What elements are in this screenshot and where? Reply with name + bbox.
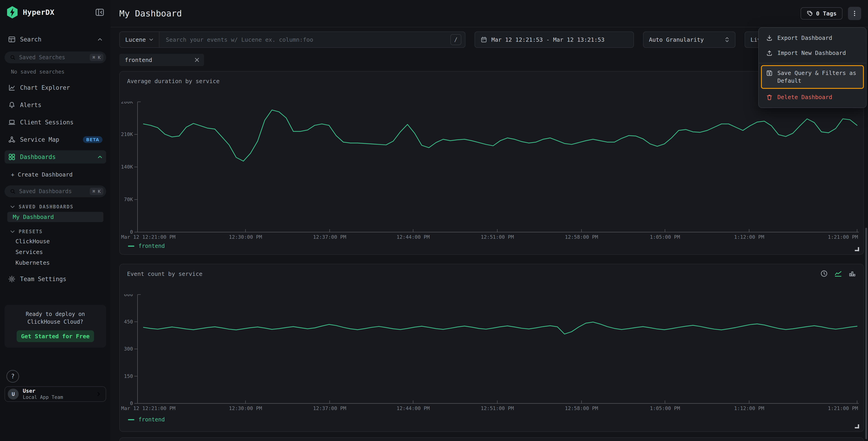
sidebar-item-team-settings[interactable]: Team Settings (5, 272, 106, 286)
scrollbar-thumb[interactable] (865, 228, 867, 439)
search-icon (10, 55, 16, 60)
brand-title: HyperDX (23, 8, 95, 17)
menu-item-label: Import New Dashboard (777, 49, 846, 57)
create-dashboard-button[interactable]: + Create Dashboard (5, 169, 106, 180)
section-title: SAVED DASHBOARDS (19, 204, 73, 210)
event-search-box[interactable]: Lucene Search your events w/ Lucene ex. … (119, 31, 465, 48)
svg-text:12:58:00 PM: 12:58:00 PM (565, 234, 598, 240)
sidebar: HyperDX Search Saved Searches ⌘ K No sav… (0, 0, 111, 441)
shortcut-badge: ⌘ K (90, 188, 103, 195)
sidebar-item-label: Team Settings (20, 276, 66, 283)
slash-shortcut-badge: / (451, 34, 461, 45)
svg-text:12:51:00 PM: 12:51:00 PM (481, 406, 514, 411)
sidebar-item-label: Alerts (20, 101, 41, 109)
sidebar-item-alerts[interactable]: Alerts (5, 98, 106, 112)
chart-area[interactable]: 6004503001500Mar 12 12:21:00 PM12:30:00 … (120, 294, 859, 412)
sidebar-item-label: Service Map (20, 136, 59, 143)
panel-resize-handle[interactable] (854, 423, 860, 429)
menu-item-label: Delete Dashboard (777, 93, 832, 101)
clickhouse-cloud-promo-card: Ready to deploy on ClickHouse Cloud? Get… (5, 305, 106, 348)
tag-icon (807, 10, 813, 17)
hyperdx-logo-icon (6, 6, 18, 19)
sidebar-item-label: Search (20, 36, 41, 43)
granularity-select[interactable]: Auto Granularity (643, 31, 736, 48)
line-chart: 280K210K140K70K0Mar 12 12:21:00 PM12:30:… (120, 101, 859, 241)
svg-text:450: 450 (124, 319, 133, 325)
sidebar-item-services[interactable]: Services (7, 247, 103, 257)
user-team: Local App Team (23, 395, 92, 400)
svg-text:12:30:00 PM: 12:30:00 PM (229, 234, 262, 240)
chart-legend: frontend (128, 416, 165, 423)
presets-section-header[interactable]: PRESETS (5, 228, 106, 236)
svg-text:150: 150 (124, 373, 133, 379)
tags-button[interactable]: 0 Tags (801, 7, 842, 20)
menu-item-save-query-filters-default[interactable]: Save Query & Filters as Default (762, 66, 863, 88)
menu-item-export-dashboard[interactable]: Export Dashboard (762, 31, 863, 46)
query-language-select[interactable]: Lucene (120, 32, 159, 48)
sidebar-item-service-map[interactable]: Service Map BETA (5, 133, 106, 146)
close-icon[interactable] (194, 57, 199, 62)
sidebar-collapse-icon[interactable] (95, 8, 104, 17)
clock-icon[interactable] (820, 270, 828, 277)
saved-searches-placeholder: Saved Searches (19, 54, 86, 61)
service-map-icon (8, 136, 16, 143)
page-scrollbar[interactable] (864, 0, 868, 441)
sidebar-item-chart-explorer[interactable]: Chart Explorer (5, 81, 106, 94)
chart-title: Average duration by service (127, 78, 219, 85)
sidebar-item-search[interactable]: Search (5, 33, 106, 46)
user-name: User (23, 388, 92, 394)
chevron-updown-icon (724, 37, 730, 42)
bar-chart-icon[interactable] (848, 270, 856, 277)
date-range-picker[interactable]: Mar 12 12:21:53 - Mar 12 13:21:53 (474, 31, 634, 48)
dots-vertical-icon (851, 10, 858, 17)
dashboard-actions-menu: Export Dashboard Import New Dashboard Sa… (758, 27, 867, 108)
sidebar-item-clickhouse[interactable]: ClickHouse (7, 236, 103, 246)
saved-searches-input[interactable]: Saved Searches ⌘ K (5, 52, 106, 63)
download-icon (766, 35, 773, 41)
sidebar-item-dashboards[interactable]: Dashboards (5, 150, 106, 164)
user-menu[interactable]: U User Local App Team (5, 386, 106, 402)
legend-label: frontend (138, 243, 165, 249)
event-search-placeholder: Search your events w/ Lucene ex. column:… (159, 36, 451, 43)
calendar-icon (480, 36, 487, 43)
chevron-up-icon (97, 37, 102, 42)
menu-divider (759, 63, 866, 63)
chart-title: Event count by service (127, 271, 203, 277)
shortcut-badge: ⌘ K (90, 54, 103, 61)
saved-dashboards-input[interactable]: Saved Dashboards ⌘ K (5, 185, 106, 197)
chevron-down-icon (149, 37, 153, 42)
next-panel-edge (119, 437, 864, 441)
search-icon (10, 188, 16, 194)
chevron-down-icon (10, 204, 15, 209)
sidebar-nav: Chart Explorer Alerts Client Sessions Se… (5, 81, 106, 164)
trash-icon (766, 94, 773, 101)
table-layout-icon (8, 36, 16, 43)
svg-text:12:30:00 PM: 12:30:00 PM (229, 406, 262, 411)
filter-bar: Lucene Search your events w/ Lucene ex. … (119, 31, 868, 48)
menu-item-delete-dashboard[interactable]: Delete Dashboard (762, 90, 863, 105)
promo-text: Ready to deploy on ClickHouse Cloud? (9, 310, 101, 326)
sidebar-item-client-sessions[interactable]: Client Sessions (5, 116, 106, 129)
sidebar-item-my-dashboard[interactable]: My Dashboard (7, 212, 103, 222)
service-filter-chip[interactable]: frontend (119, 54, 204, 66)
svg-text:Mar 12 12:21:00 PM: Mar 12 12:21:00 PM (121, 406, 175, 411)
panel-resize-handle[interactable] (854, 245, 860, 252)
saved-dashboards-section-header[interactable]: SAVED DASHBOARDS (5, 203, 106, 211)
chart-area[interactable]: 280K210K140K70K0Mar 12 12:21:00 PM12:30:… (120, 101, 859, 241)
menu-item-label: Save Query & Filters as Default (777, 69, 859, 85)
sidebar-item-kubernetes[interactable]: Kubernetes (7, 258, 103, 268)
svg-text:12:37:00 PM: 12:37:00 PM (313, 406, 346, 411)
line-chart-icon[interactable] (834, 270, 842, 277)
svg-text:70K: 70K (124, 197, 133, 202)
filter-chips: frontend (119, 54, 868, 66)
help-button[interactable]: ? (6, 370, 19, 383)
page-title: My Dashboard (119, 8, 182, 19)
get-started-button[interactable]: Get Started for Free (17, 330, 94, 342)
chevron-down-icon (10, 229, 15, 234)
bell-icon (8, 101, 16, 109)
hyperdx-app: HyperDX Search Saved Searches ⌘ K No sav… (0, 0, 868, 441)
chart-panel-avg-duration: Average duration by service 280K210K140K… (119, 71, 864, 255)
dashboard-menu-button[interactable] (848, 7, 861, 20)
menu-item-import-dashboard[interactable]: Import New Dashboard (762, 46, 863, 61)
svg-text:12:58:00 PM: 12:58:00 PM (565, 406, 598, 411)
